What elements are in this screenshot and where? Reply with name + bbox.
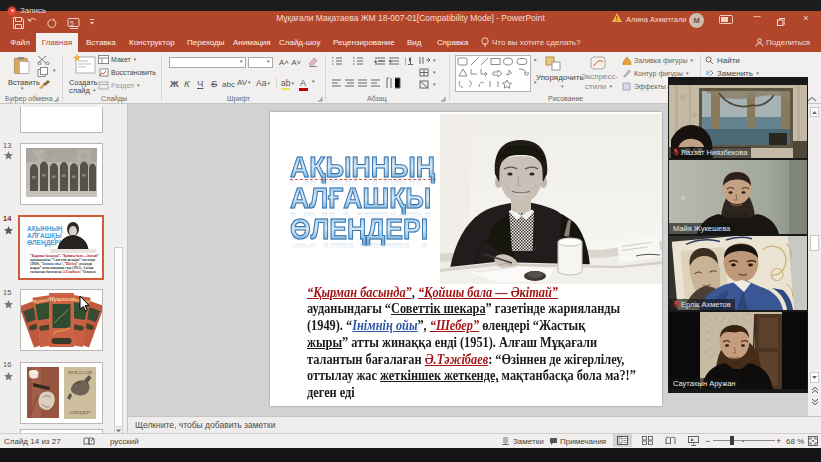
svg-text:Мұқағали: Мұқағали — [47, 296, 75, 302]
svg-text:ӨЛЕҢДЕРІ: ӨЛЕҢДЕРІ — [27, 239, 61, 247]
svg-text:талантын бағалаған Ә.Тәжібаев:: талантын бағалаған Ә.Тәжібаев: “Өзіннен — [30, 269, 96, 274]
svg-text:ӨЛЕҢДЕРІ: ӨЛЕҢДЕРІ — [70, 410, 91, 415]
svg-text:МҰҚАҒАЛИ: МҰҚАҒАЛИ — [68, 370, 92, 375]
